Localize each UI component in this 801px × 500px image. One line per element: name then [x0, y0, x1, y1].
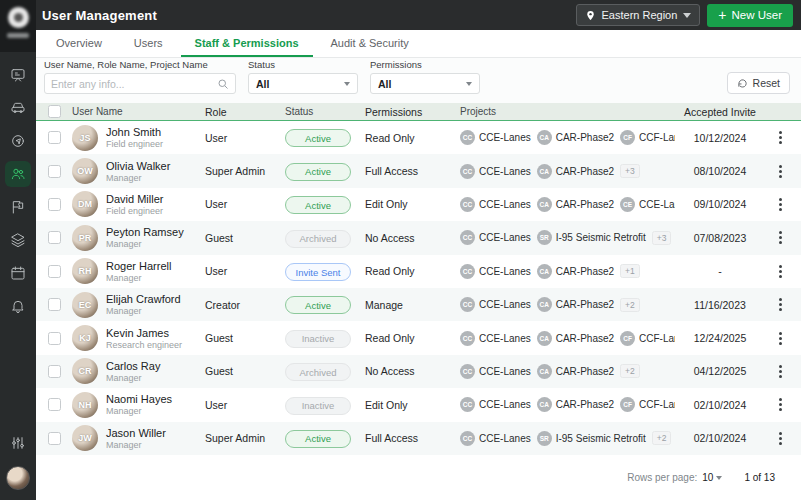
- new-user-button[interactable]: + New User: [707, 4, 793, 27]
- row-checkbox[interactable]: [48, 365, 61, 378]
- project-avatar-icon: SR: [537, 230, 552, 245]
- search-input[interactable]: [51, 78, 217, 90]
- sidebar-item-users[interactable]: [5, 161, 31, 187]
- search-field-label: User Name, Role Name, Project Name: [44, 59, 236, 70]
- accepted-invite-date: 02/10/2024: [675, 432, 765, 444]
- project-name: CCE-Lanes: [479, 299, 531, 310]
- row-menu-button[interactable]: [776, 329, 785, 348]
- status-filter: Status All: [248, 59, 358, 94]
- user-job-title: Manager: [106, 373, 160, 383]
- row-checkbox[interactable]: [48, 131, 61, 144]
- rows-per-page-selector[interactable]: 10: [702, 472, 722, 483]
- row-menu-button[interactable]: [776, 395, 785, 414]
- sidebar-item-calendar[interactable]: [5, 260, 31, 286]
- row-menu-button[interactable]: [776, 162, 785, 181]
- row-checkbox[interactable]: [48, 198, 61, 211]
- project-avatar-icon: CC: [460, 164, 475, 179]
- reset-button-label: Reset: [753, 77, 780, 89]
- row-checkbox[interactable]: [48, 165, 61, 178]
- tab-audit-security[interactable]: Audit & Security: [317, 30, 423, 57]
- sidebar-item-board[interactable]: [5, 62, 31, 88]
- row-checkbox[interactable]: [48, 332, 61, 345]
- row-menu-button[interactable]: [776, 228, 785, 247]
- more-projects-chip: +1: [620, 264, 640, 278]
- project-name: CAR-Phase2: [556, 199, 614, 210]
- app-logo[interactable]: [0, 0, 36, 52]
- status-badge: Active: [285, 129, 351, 147]
- more-projects-chip: +2: [620, 298, 640, 312]
- column-header-user-name: User Name: [72, 106, 205, 117]
- row-checkbox[interactable]: [48, 298, 61, 311]
- chevron-down-icon: [716, 476, 722, 480]
- table-row[interactable]: NH Naomi Hayes Manager User Inactive Edi…: [36, 388, 801, 421]
- sidebar-item-notifications[interactable]: [5, 293, 31, 319]
- sidebar-item-vehicles[interactable]: [5, 95, 31, 121]
- profile-avatar[interactable]: [6, 466, 30, 490]
- reset-button[interactable]: Reset: [727, 72, 790, 94]
- page-title: User Management: [42, 8, 157, 23]
- select-all-checkbox[interactable]: [48, 105, 61, 118]
- table-row[interactable]: KJ Kevin James Research engineer Guest I…: [36, 321, 801, 354]
- table-row[interactable]: JS John Smith Field engineer User Active…: [36, 121, 801, 154]
- user-name: David Miller: [106, 193, 163, 205]
- table-header: User Name Role Status Permissions Projec…: [36, 103, 801, 121]
- user-name: Jason Willer: [106, 427, 166, 439]
- table-row[interactable]: JW Jason Willer Manager Super Admin Acti…: [36, 422, 801, 455]
- project-avatar-icon: CA: [537, 197, 552, 212]
- user-avatar: EC: [72, 292, 98, 318]
- row-checkbox[interactable]: [48, 398, 61, 411]
- status-badge: Active: [285, 430, 351, 448]
- tab-staff-permissions[interactable]: Staff & Permissions: [181, 30, 313, 57]
- table-row[interactable]: EC Elijah Crawford Manager Creator Activ…: [36, 288, 801, 321]
- user-role: Super Admin: [205, 432, 285, 444]
- user-avatar: KJ: [72, 325, 98, 351]
- project-avatar-icon: CC: [460, 364, 475, 379]
- project-name: CCE-Lanes: [479, 433, 531, 444]
- sidebar-item-navigation[interactable]: [5, 128, 31, 154]
- bell-icon: [10, 298, 26, 314]
- table-row[interactable]: OW Olivia Walker Manager Super Admin Act…: [36, 154, 801, 187]
- project-avatar-icon: CF: [620, 331, 635, 346]
- row-menu-button[interactable]: [776, 429, 785, 448]
- table-row[interactable]: CR Carlos Ray Manager Guest Archived No …: [36, 355, 801, 388]
- project-badge: CCCCE-Lanes: [460, 431, 531, 446]
- sidebar-item-reports[interactable]: [5, 194, 31, 220]
- project-badges: CCCCE-LanesCACAR-Phase2+2: [460, 297, 675, 312]
- row-checkbox[interactable]: [48, 265, 61, 278]
- user-name: Carlos Ray: [106, 360, 160, 372]
- row-menu-button[interactable]: [776, 362, 785, 381]
- table-row[interactable]: RH Roger Harrell Manager User Invite Sen…: [36, 255, 801, 288]
- tab-users[interactable]: Users: [120, 30, 177, 57]
- table-row[interactable]: PR Peyton Ramsey Manager Guest Archived …: [36, 221, 801, 254]
- accepted-invite-date: 10/12/2024: [675, 132, 765, 144]
- tab-overview[interactable]: Overview: [42, 30, 116, 57]
- user-name: Kevin James: [106, 327, 182, 339]
- user-name: John Smith: [106, 126, 163, 138]
- user-permissions: Edit Only: [365, 399, 460, 411]
- row-menu-button[interactable]: [776, 262, 785, 281]
- permissions-dropdown[interactable]: All: [370, 73, 480, 94]
- sidebar-item-layers[interactable]: [5, 227, 31, 253]
- sidebar-item-settings[interactable]: [5, 430, 31, 456]
- user-job-title: Field engineer: [106, 206, 163, 216]
- project-badge: SRI-95 Seismic Retrofit: [537, 230, 646, 245]
- project-badge: CCCCE-Lanes: [460, 397, 531, 412]
- calendar-icon: [10, 265, 26, 281]
- user-role: User: [205, 399, 285, 411]
- user-name: Elijah Crawford: [106, 293, 181, 305]
- user-permissions: No Access: [365, 232, 460, 244]
- user-permissions: Full Access: [365, 432, 460, 444]
- project-name: CCF-Lanes: [639, 399, 675, 410]
- accepted-invite-date: 12/24/2025: [675, 332, 765, 344]
- row-checkbox[interactable]: [48, 231, 61, 244]
- status-dropdown[interactable]: All: [248, 73, 358, 94]
- row-menu-button[interactable]: [776, 295, 785, 314]
- table-row[interactable]: DM David Miller Field engineer User Acti…: [36, 188, 801, 221]
- region-selector[interactable]: Eastern Region: [576, 4, 701, 26]
- user-avatar: NH: [72, 392, 98, 418]
- row-checkbox[interactable]: [48, 432, 61, 445]
- accepted-invite-date: 07/08/2023: [675, 232, 765, 244]
- accepted-invite-date: 08/10/2024: [675, 165, 765, 177]
- row-menu-button[interactable]: [776, 195, 785, 214]
- row-menu-button[interactable]: [776, 128, 785, 147]
